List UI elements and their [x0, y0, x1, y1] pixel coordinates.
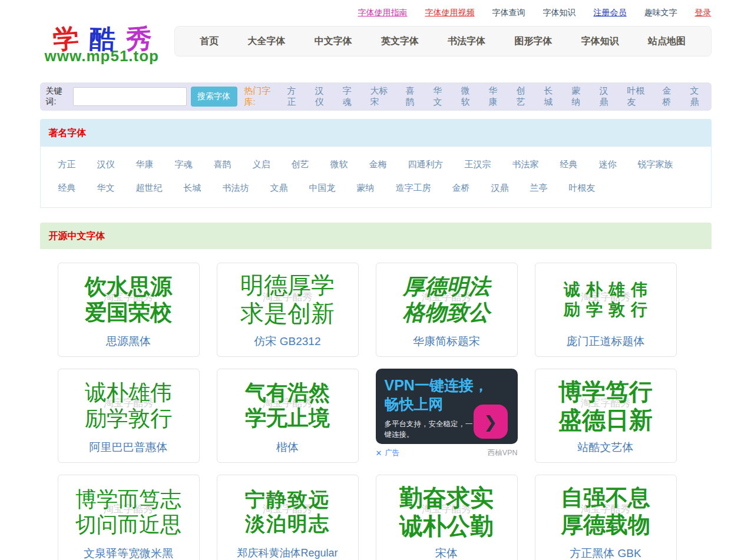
famous-link[interactable]: 文鼎 [270, 183, 288, 194]
famous-link[interactable]: 迷你 [599, 159, 617, 170]
font-card-alibaba-puhui[interactable]: 淘宝字酷秀 诚朴雄伟励学敦行 阿里巴巴普惠体 [58, 369, 200, 463]
font-name-label[interactable]: 宋体 [376, 546, 517, 560]
hot-link[interactable]: 文鼎 [690, 85, 705, 108]
search-input[interactable] [73, 87, 187, 106]
hot-link[interactable]: 长城 [544, 85, 559, 108]
font-name-label[interactable]: 庞门正道标题体 [535, 334, 676, 356]
font-sample: 博学笃行盛德日新 [535, 369, 676, 440]
famous-link[interactable]: 华文 [97, 183, 115, 194]
famous-link[interactable]: 书法家 [512, 159, 539, 170]
font-card-fangsong[interactable]: 淘宝字酷秀 明德厚学求是创新 仿宋 GB2312 [217, 263, 359, 357]
nav-home[interactable]: 首页 [200, 35, 219, 48]
famous-fonts-body: 方正 汉仪 华康 字魂 喜鹊 义启 创艺 微软 金梅 四通利方 王汉宗 书法家 … [40, 147, 712, 208]
font-sample: 诚朴雄伟励学敦行 [535, 263, 676, 334]
link-font-knowledge[interactable]: 字体知识 [543, 8, 576, 18]
font-card-huakang-biaotisong[interactable]: 淘宝字酷秀 厚德明法格物致公 华康简标题宋 [376, 263, 518, 357]
hot-link[interactable]: 字魂 [342, 85, 358, 108]
hot-link[interactable]: 汉仪 [315, 85, 330, 108]
famous-link[interactable]: 锐字家族 [638, 159, 673, 170]
hot-link[interactable]: 方正 [287, 85, 302, 108]
search-button[interactable]: 搜索字体 [191, 87, 237, 107]
link-font-query[interactable]: 字体查询 [492, 8, 525, 18]
header: 学 酷 秀 www.mp51.top 首页 大全字体 中文字体 英文字体 书法字… [40, 26, 712, 64]
nav-graphic[interactable]: 图形字体 [514, 35, 552, 48]
famous-link[interactable]: 义启 [253, 159, 270, 170]
font-card-zhengqingke-butter[interactable]: 淘宝字酷秀 宁静致远淡泊明志 郑庆科黄油体Regular [217, 475, 359, 560]
famous-link[interactable]: 经典 [58, 183, 76, 194]
famous-link[interactable]: 四通利方 [408, 159, 444, 170]
hot-link[interactable]: 微软 [461, 85, 476, 108]
hot-fonts-label: 热门字库: [244, 85, 279, 108]
hot-link[interactable]: 创艺 [516, 85, 531, 108]
font-name-label[interactable]: 方正黑体 GBK [535, 546, 676, 560]
hot-link[interactable]: 华文 [433, 85, 448, 108]
famous-link[interactable]: 金梅 [369, 159, 387, 170]
chevron-right-icon: ❯ [484, 412, 497, 432]
nav-sitemap[interactable]: 站点地图 [648, 35, 686, 48]
nav-english[interactable]: 英文字体 [381, 35, 419, 48]
famous-link[interactable]: 王汉宗 [465, 159, 491, 170]
link-font-usage-video[interactable]: 字体使用视频 [425, 8, 475, 18]
font-card-grid: 淘宝字酷秀 饮水思源爱国荣校 思源黑体 淘宝字酷秀 明德厚学求是创新 仿宋 GB… [58, 249, 712, 560]
famous-link[interactable]: 字魂 [175, 159, 193, 170]
famous-link[interactable]: 超世纪 [136, 183, 163, 194]
famous-link[interactable]: 金桥 [452, 183, 470, 194]
ad-arrow-button[interactable]: ❯ [474, 405, 508, 439]
logo-char-1: 学 [52, 25, 80, 53]
famous-link[interactable]: 创艺 [292, 159, 309, 170]
font-name-label[interactable]: 文泉驿等宽微米黑 [58, 546, 199, 560]
famous-link[interactable]: 喜鹊 [214, 159, 231, 170]
famous-link[interactable]: 长城 [184, 183, 201, 194]
hot-link[interactable]: 叶根友 [627, 85, 650, 108]
link-register[interactable]: 注册会员 [594, 8, 627, 18]
link-fun-text[interactable]: 趣味文字 [644, 8, 677, 18]
link-login[interactable]: 登录 [695, 8, 712, 18]
famous-link[interactable]: 经典 [560, 159, 578, 170]
famous-link[interactable]: 汉鼎 [491, 183, 509, 194]
famous-link[interactable]: 方正 [58, 159, 76, 170]
hot-link[interactable]: 蒙纳 [571, 85, 587, 108]
hot-link[interactable]: 喜鹊 [405, 85, 421, 108]
famous-link[interactable]: 汉仪 [97, 159, 115, 170]
font-card-siyuan-heiti[interactable]: 淘宝字酷秀 饮水思源爱国荣校 思源黑体 [58, 263, 200, 357]
ad-advertiser: 西柚VPN [488, 448, 518, 458]
font-card-songti[interactable]: 淘宝字酷秀 勤奋求实诚朴公勤 宋体 [376, 475, 518, 560]
hot-link[interactable]: 金桥 [662, 85, 677, 108]
link-font-usage-guide[interactable]: 字体使用指南 [358, 8, 408, 18]
nav-knowledge[interactable]: 字体知识 [581, 35, 619, 48]
hot-link[interactable]: 大标宋 [370, 85, 393, 108]
font-card-wenquanyi[interactable]: 淘宝字酷秀 博学而笃志切问而近思 文泉驿等宽微米黑 [58, 475, 200, 560]
ad-close-button[interactable]: ✕ 广告 [376, 448, 400, 458]
font-name-label[interactable]: 仿宋 GB2312 [217, 334, 358, 356]
famous-link[interactable]: 造字工房 [396, 183, 431, 194]
vpn-ad-banner[interactable]: VPN一键连接，畅快上网 多平台支持，安全稳定，一键连接。 ❯ [376, 369, 518, 444]
font-name-label[interactable]: 郑庆科黄油体Regular [217, 546, 358, 560]
hot-link[interactable]: 华康 [488, 85, 504, 108]
famous-link[interactable]: 书法坊 [223, 183, 249, 194]
site-logo[interactable]: 学 酷 秀 www.mp51.top [40, 26, 174, 64]
famous-link[interactable]: 中国龙 [309, 183, 336, 194]
keyword-label: 关键词: [46, 86, 71, 107]
famous-link[interactable]: 蒙纳 [357, 183, 375, 194]
font-name-label[interactable]: 楷体 [217, 440, 358, 462]
famous-link[interactable]: 微软 [330, 159, 348, 170]
font-card-zhanku-wenyi[interactable]: 淘宝字酷秀 博学笃行盛德日新 站酷文艺体 [535, 369, 677, 463]
nav-all-fonts[interactable]: 大全字体 [247, 35, 285, 48]
font-name-label[interactable]: 思源黑体 [58, 334, 199, 356]
nav-chinese[interactable]: 中文字体 [315, 35, 352, 48]
font-name-label[interactable]: 阿里巴巴普惠体 [58, 440, 199, 462]
hot-link[interactable]: 汉鼎 [599, 85, 614, 108]
nav-calligraphy[interactable]: 书法字体 [448, 35, 485, 48]
hot-font-links: 方正 汉仪 字魂 大标宋 喜鹊 华文 微软 华康 创艺 长城 蒙纳 汉鼎 叶根友… [287, 85, 705, 108]
font-name-label[interactable]: 华康简标题宋 [376, 334, 517, 356]
famous-link[interactable]: 叶根友 [569, 183, 595, 194]
ad-label: 广告 [385, 448, 399, 458]
ad-body-text: 多平台支持，安全稳定，一键连接。 [385, 419, 478, 440]
font-name-label[interactable]: 站酷文艺体 [535, 440, 676, 462]
font-card-pangmen-zhengdao[interactable]: 淘宝字酷秀 诚朴雄伟励学敦行 庞门正道标题体 [535, 263, 677, 357]
famous-link[interactable]: 华康 [136, 159, 154, 170]
famous-link[interactable]: 兰亭 [530, 183, 548, 194]
font-sample: 勤奋求实诚朴公勤 [376, 475, 517, 546]
font-card-kaiti[interactable]: 淘宝字酷秀 气有浩然学无止境 楷体 [217, 369, 359, 463]
font-card-fangzheng-heiti[interactable]: 淘宝字酷秀 自强不息厚德载物 方正黑体 GBK [535, 475, 677, 560]
